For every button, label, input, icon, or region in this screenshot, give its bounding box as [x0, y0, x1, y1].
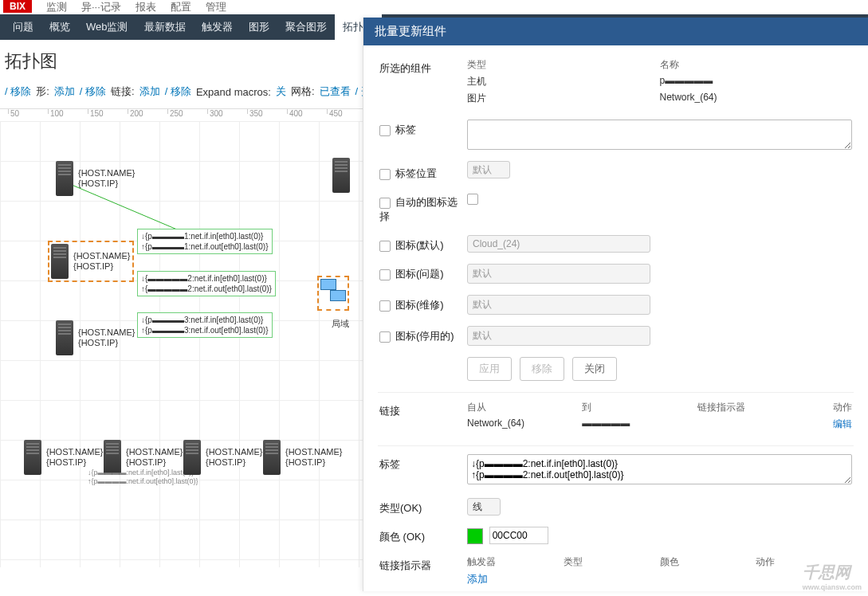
btn-close-top[interactable]: 关闭 — [572, 357, 617, 381]
map-node-bottom4[interactable]: {HOST.NAME} {HOST.IP} — [263, 440, 343, 475]
topnav-admin[interactable]: 管理 — [206, 0, 226, 14]
map-node-right[interactable] — [332, 158, 350, 193]
sel-icon-problem[interactable]: 默认 — [467, 264, 650, 284]
color-input[interactable] — [489, 527, 548, 544]
sel-name-2: Network_(64) — [660, 92, 853, 105]
sel-name-1: p▬▬▬▬▬ — [660, 75, 853, 88]
btn-apply-top[interactable]: 应用 — [467, 357, 512, 381]
node-label: {HOST.NAME} {HOST.IP} — [126, 447, 183, 468]
chk-icon-problem[interactable] — [379, 269, 391, 280]
col-name: 名称 — [660, 58, 853, 72]
subnav-web[interactable]: Web监测 — [78, 14, 136, 40]
color-swatch[interactable] — [467, 528, 483, 544]
topnav-inventory[interactable]: 异···记录 — [81, 0, 121, 14]
chk-icon-maint[interactable] — [379, 300, 391, 312]
bulk-update-panel: 批量更新组件 所选的组件 类型 名称 主机 p▬▬▬▬▬ 图片 Network_… — [363, 18, 868, 591]
tb-expand-lbl: Expand macros: — [196, 86, 271, 98]
chk-icon-disabled[interactable] — [379, 331, 391, 343]
subnav-overview[interactable]: 概览 — [41, 14, 78, 40]
server-icon — [263, 440, 281, 475]
topnav-monitor[interactable]: 监测 — [46, 0, 67, 14]
chk-auto-icon[interactable] — [379, 198, 391, 209]
watermark: 千思网 www.qiansw.com — [803, 562, 862, 591]
sel-type-1: 主机 — [467, 75, 660, 88]
link-to-val: ▬▬▬▬▬ — [582, 418, 697, 431]
tb-link-remove[interactable]: / 移除 — [165, 84, 191, 99]
monitor-icon — [320, 279, 336, 290]
map-node-host3[interactable]: {HOST.NAME} {HOST.IP} — [56, 320, 136, 355]
sel-type-ok[interactable]: 线 — [467, 498, 501, 516]
sel-label-pos[interactable]: 默认 — [467, 161, 510, 178]
link-edit[interactable]: 编辑 — [833, 418, 852, 429]
server-icon — [24, 440, 41, 475]
server-icon — [56, 161, 73, 196]
sel-icon-disabled[interactable]: 默认 — [467, 326, 650, 346]
map-node-host1[interactable]: {HOST.NAME} {HOST.IP} — [56, 161, 136, 196]
link-label-textarea[interactable] — [467, 454, 852, 484]
col-type: 类型 — [467, 58, 660, 72]
tb-remove1[interactable]: / 移除 — [5, 84, 31, 99]
map-node-host2-selected[interactable]: {HOST.NAME} {HOST.IP} — [48, 241, 134, 282]
btn-remove-top[interactable]: 移除 — [520, 357, 564, 381]
node-label: {HOST.NAME} {HOST.IP} — [46, 447, 104, 468]
tb-shape-add[interactable]: 添加 — [54, 84, 75, 99]
sel-type-2: 图片 — [467, 92, 660, 105]
logo: BIX — [3, 0, 32, 13]
server-icon — [51, 244, 69, 279]
label-textarea[interactable] — [467, 120, 852, 150]
indicator-add[interactable]: 添加 — [467, 573, 488, 585]
node-label: {HOST.NAME} {HOST.IP} — [206, 447, 263, 468]
map-node-network-selected[interactable] — [317, 276, 349, 311]
node-label: {HOST.NAME} {HOST.IP} — [73, 251, 131, 272]
tb-shape-remove[interactable]: / 移除 — [80, 84, 106, 99]
link-label-2[interactable]: ↓{▬▬▬▬▬2:net.if.in[eth0].last(0)} ↑{▬▬▬▬… — [137, 271, 276, 296]
server-icon — [183, 440, 201, 475]
tb-link-lbl: 链接: — [111, 84, 135, 99]
panel-title: 批量更新组件 — [363, 18, 868, 45]
subnav-screens[interactable]: 聚合图形 — [277, 14, 335, 40]
sel-icon-default[interactable]: Cloud_(24) — [467, 235, 650, 253]
map-node-bottom3[interactable]: {HOST.NAME} {HOST.IP} — [183, 440, 263, 475]
server-icon — [56, 320, 73, 355]
subnav-latest[interactable]: 最新数据 — [136, 14, 194, 40]
chk-label[interactable] — [379, 125, 391, 136]
monitor-icon — [330, 290, 346, 301]
selected-label: 所选的组件 — [379, 58, 467, 76]
topnav-reports[interactable]: 报表 — [136, 0, 156, 14]
node-label: {HOST.NAME} {HOST.IP} — [78, 327, 136, 348]
tb-shape-lbl: 形: — [36, 84, 49, 99]
bottom-link-label: ↓{p▬▬▬▬:net.if.in[eth0].last(0)} ↑{p▬▬▬▬… — [88, 469, 198, 486]
node-label-lan: 局域 — [332, 319, 349, 329]
tb-link-add[interactable]: 添加 — [139, 84, 160, 99]
links-label: 链接 — [379, 401, 467, 418]
link-from-val: Network_(64) — [467, 418, 582, 431]
tb-grid-shown[interactable]: 已查看 — [320, 84, 351, 99]
node-label: {HOST.NAME} {HOST.IP} — [78, 168, 136, 189]
node-label: {HOST.NAME} {HOST.IP} — [285, 447, 343, 468]
link-label-3[interactable]: ↓{p▬▬▬▬3:net.if.in[eth0].last(0)} ↑{p▬▬▬… — [137, 312, 273, 338]
subnav-triggers[interactable]: 触发器 — [194, 14, 241, 40]
subnav-problems[interactable]: 问题 — [5, 14, 41, 40]
tb-expand-val[interactable]: 关 — [276, 84, 286, 99]
server-icon — [332, 158, 350, 193]
link-label-1[interactable]: ↓{p▬▬▬▬1:net.if.in[eth0].last(0)} ↑{p▬▬▬… — [137, 229, 273, 254]
sel-icon-maint[interactable]: 默认 — [467, 295, 650, 315]
chk-label-pos[interactable] — [379, 169, 391, 180]
tb-grid-lbl: 网格: — [291, 84, 315, 99]
topnav-config[interactable]: 配置 — [171, 0, 191, 14]
subnav-graphs[interactable]: 图形 — [241, 14, 277, 40]
chk-auto-icon-val[interactable] — [467, 194, 478, 205]
chk-icon-default[interactable] — [379, 241, 391, 252]
